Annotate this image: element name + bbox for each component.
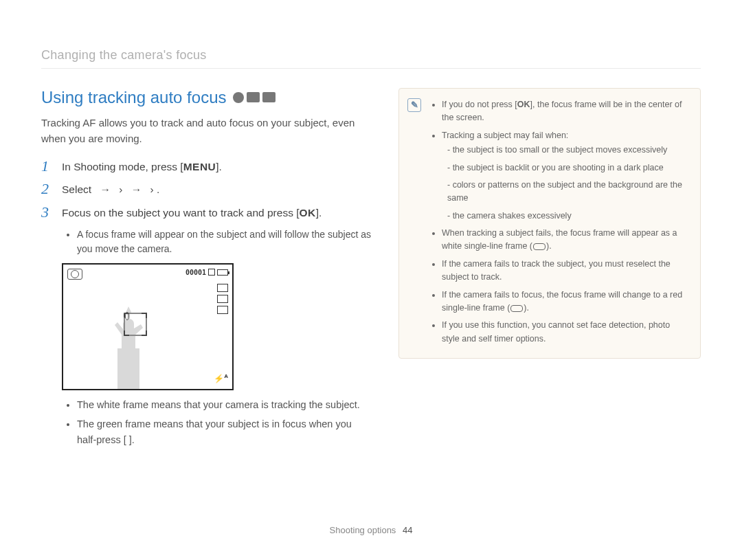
step-3-sub-bullets: A focus frame will appear on the subject…: [62, 227, 371, 256]
step-2-pre: Select: [62, 183, 91, 195]
note-3-post: ).: [546, 241, 552, 251]
step-2-body: Select → › → › .: [62, 181, 159, 197]
arrow-icon: →: [126, 181, 148, 197]
ok-key-icon: OK: [300, 205, 316, 221]
note-box: ✎ If you do not press [OK], the focus fr…: [398, 88, 701, 359]
frame-meaning-bullets: The white frame means that your camera i…: [62, 397, 371, 447]
note-item: Tracking a subject may fail when: the su…: [442, 129, 689, 223]
note-sub-item: the subject is backlit or you are shooti…: [447, 161, 689, 175]
step-1: 1 In Shooting mode, press [MENU].: [41, 159, 371, 175]
note-item: If the camera fails to focus, the focus …: [442, 289, 689, 315]
battery-icon: [217, 269, 228, 276]
step-2: 2 Select → › → › .: [41, 181, 371, 197]
step-3-pre: Focus on the subject you want to track a…: [62, 207, 300, 219]
note-1-pre: If you do not press [: [442, 100, 517, 109]
white-frame-icon: [533, 243, 546, 250]
note-sub-item: colors or patterns on the subject and th…: [447, 179, 689, 205]
screen-top-right: 00001: [186, 269, 228, 276]
step-3: 3 Focus on the subject you want to track…: [41, 205, 371, 221]
mode-icon-scn: [262, 92, 276, 102]
mode-icons-group: [233, 92, 276, 103]
note-item: If the camera fails to track the subject…: [442, 258, 689, 284]
arrow-icon: →: [94, 181, 116, 197]
mode-icon-dual-is: [247, 92, 260, 102]
page-footer: Shooting options 44: [0, 525, 742, 535]
section-title: Using tracking auto focus: [41, 88, 371, 107]
note-5-post: ).: [524, 303, 529, 313]
section-title-text: Using tracking auto focus: [41, 88, 226, 107]
quality-icon: [217, 295, 228, 303]
footer-section: Shooting options: [330, 525, 396, 535]
screen-right-icons: [217, 284, 228, 314]
metering-icon: [217, 306, 228, 314]
list-item: The white frame means that your camera i…: [77, 397, 371, 412]
divider: [41, 68, 701, 69]
list-item: The green frame means that your subject …: [77, 416, 371, 447]
camera-screen-illustration: 00001 ⚡A: [62, 263, 234, 390]
sub-bullet: A focus frame will appear on the subject…: [77, 227, 371, 256]
ok-key-icon: OK: [517, 100, 530, 109]
step-3-post: ].: [316, 207, 322, 219]
step-2-sep1: ›: [119, 183, 122, 195]
note-item: If you use this function, you cannot set…: [442, 319, 689, 346]
note-sub-item: the camera shakes excessively: [447, 210, 689, 223]
left-column: Using tracking auto focus Tracking AF al…: [41, 88, 371, 451]
mode-indicator-icon: [67, 269, 82, 280]
breadcrumb: Changing the camera's focus: [41, 48, 701, 63]
note-5-pre: If the camera fails to focus, the focus …: [442, 290, 682, 313]
intro-text: Tracking AF allows you to track and auto…: [41, 115, 371, 146]
shot-counter: 00001: [186, 269, 206, 276]
step-number: 2: [41, 181, 54, 197]
step-1-body: In Shooting mode, press [MENU].: [62, 159, 222, 175]
menu-key-icon: MENU: [183, 159, 216, 175]
card-icon: [208, 269, 215, 276]
mode-icon-p: [233, 92, 244, 103]
note-icon: ✎: [407, 98, 421, 112]
step-2-sep2: ›: [150, 183, 154, 195]
step-number: 1: [41, 159, 54, 175]
page-number: 44: [403, 525, 412, 535]
step-number: 3: [41, 205, 54, 221]
step-1-post: ].: [216, 161, 222, 172]
note-item: If you do not press [OK], the focus fram…: [442, 98, 689, 125]
red-frame-icon: [510, 305, 523, 312]
note-2-text: Tracking a subject may fail when:: [442, 131, 568, 140]
note-item: When tracking a subject fails, the focus…: [442, 227, 689, 254]
flash-icon: ⚡A: [214, 373, 228, 383]
right-column: ✎ If you do not press [OK], the focus fr…: [398, 88, 701, 451]
note-sub-item: the subject is too small or the subject …: [447, 144, 689, 157]
step-1-pre: In Shooting mode, press [: [62, 161, 183, 172]
step-3-body: Focus on the subject you want to track a…: [62, 205, 322, 221]
note-3-pre: When tracking a subject fails, the focus…: [442, 228, 677, 251]
step-2-post: .: [157, 183, 159, 195]
size-icon: [217, 284, 228, 292]
focus-frame: [124, 313, 147, 336]
